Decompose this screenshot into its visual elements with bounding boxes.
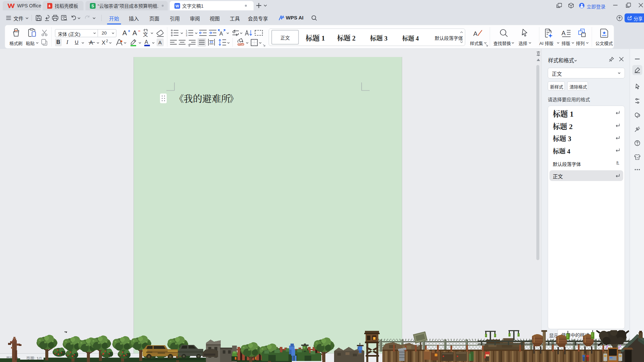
svg-text:A: A bbox=[473, 30, 478, 37]
svg-text:W: W bbox=[175, 4, 179, 8]
svg-text:A: A bbox=[89, 40, 93, 46]
svg-text:S: S bbox=[91, 4, 94, 8]
svg-text:文: 文 bbox=[143, 32, 148, 37]
svg-text:A: A bbox=[219, 31, 223, 37]
svg-text:2: 2 bbox=[106, 39, 108, 43]
svg-text:A: A bbox=[122, 29, 127, 37]
svg-text:a: a bbox=[616, 160, 619, 165]
svg-text:3: 3 bbox=[186, 34, 187, 37]
svg-text:A: A bbox=[561, 30, 566, 37]
svg-text:A: A bbox=[132, 29, 137, 37]
svg-text:A: A bbox=[145, 39, 148, 45]
svg-text:X: X bbox=[102, 40, 105, 46]
